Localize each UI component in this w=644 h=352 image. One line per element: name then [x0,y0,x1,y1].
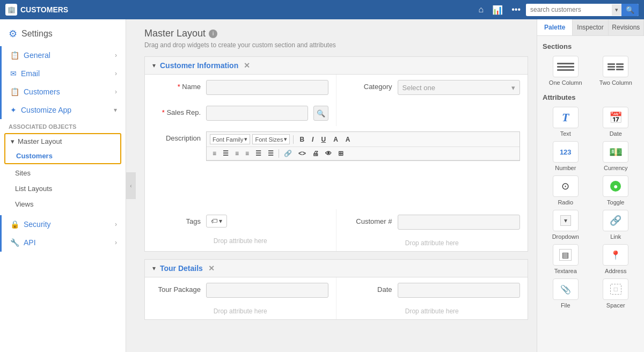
master-layout-header[interactable]: ▾ Master Layout [5,134,120,149]
link-editor-btn[interactable]: 🔗 [281,149,295,158]
font-highlight-btn[interactable]: A [343,135,353,144]
text-label: Text [560,130,571,137]
align-justify-btn[interactable]: ≡ [243,149,252,158]
align-left-btn[interactable]: ≡ [210,149,219,158]
sidebar-item-security[interactable]: 🔒 Security › [0,215,126,233]
ordered-list-btn[interactable]: ☰ [265,149,276,158]
customer-info-close[interactable]: ✕ [244,61,250,70]
sidebar-item-customers[interactable]: 📋 Customers › [0,83,126,101]
sidebar: ⚙ Settings 📋 General › ✉ Email › 📋 Custo… [0,19,126,352]
align-right-btn[interactable]: ≡ [232,149,241,158]
top-nav-icons: ⌂ 📊 ••• [479,5,521,15]
tour-close[interactable]: ✕ [208,264,215,273]
gear-icon: ⚙ [9,28,17,40]
widget-date[interactable]: 📅 Date [593,107,639,137]
widget-number[interactable]: 123 Number [543,141,589,171]
customer-info-section: ▾ Customer Information ✕ * Name [144,56,528,252]
tags-btn[interactable]: 🏷 ▾ [206,215,227,228]
rich-text-area[interactable] [206,161,520,204]
textarea-label: Textarea [554,268,577,274]
toolbar-row1: Font Family ▾ Font Sizes ▾ B I U A A [207,132,519,147]
textarea-widget-icon: ▤ [553,244,579,266]
description-row: Description Font Family ▾ Font Sizes ▾ B [145,126,528,209]
widget-spacer[interactable]: □ Spacer [593,278,639,309]
bold-btn[interactable]: B [297,135,307,144]
widget-file[interactable]: 📎 File [543,278,589,309]
table-btn[interactable]: ⊞ [335,149,346,158]
tour-chevron[interactable]: ▾ [152,265,156,272]
customernum-input[interactable] [398,215,521,230]
radio-widget-icon: ⊙ [553,175,579,197]
sidebar-sites[interactable]: Sites [0,165,126,181]
tour-fields-row: Tour Package Drop attribute here Date Dr… [145,277,528,319]
code-btn[interactable]: <> [296,149,309,158]
dropdown-widget-icon: ▾ [553,210,579,231]
general-chevron: › [115,52,117,59]
name-input[interactable] [206,80,328,95]
master-layout-chevron: ▾ [11,137,14,145]
widget-address[interactable]: 📍 Address [593,244,639,274]
sidebar-item-customize[interactable]: ✦ Customize App ▾ [0,101,126,119]
salesrep-label: * Sales Rep. [152,106,201,116]
preview-btn[interactable]: 👁 [323,149,334,158]
category-arrow: ▾ [511,84,515,92]
name-label: * Name [152,80,201,91]
sidebar-item-api[interactable]: 🔧 API › [0,233,126,252]
print-btn[interactable]: 🖨 [310,149,321,158]
search-dropdown-btn[interactable]: ▾ [612,4,621,16]
sidebar-item-email[interactable]: ✉ Email › [0,64,126,83]
attributes-widget-grid: T Text 📅 Date 123 Number [543,107,639,309]
chart-icon[interactable]: 📊 [492,5,503,15]
underline-btn[interactable]: U [318,135,328,144]
sidebar-collapse-btn[interactable]: ‹ [126,172,136,199]
customernum-cell: Customer # Drop attribute here [336,209,528,251]
tab-revisions[interactable]: Revisions [609,19,644,35]
tab-palette[interactable]: Palette [537,19,573,35]
master-layout-label: Master Layout [18,137,62,145]
currency-label: Currency [604,165,628,171]
list-btn[interactable]: ☰ [253,149,264,158]
tab-inspector[interactable]: Inspector [573,19,608,35]
widget-two-column[interactable]: Two Column [593,56,639,86]
tour-package-input[interactable] [206,283,328,298]
category-select[interactable]: Select one ▾ [398,80,521,95]
sidebar-item-general[interactable]: 📋 General › [0,46,126,64]
sidebar-views[interactable]: Views [0,196,126,212]
two-column-icon [603,56,628,77]
font-color-btn[interactable]: A [331,135,341,144]
customize-label: Customize App [21,106,71,114]
widget-currency[interactable]: 💵 Currency [593,141,639,171]
security-label: Security [24,220,51,229]
salesrep-search[interactable]: 🔍 [313,106,328,121]
font-family-select[interactable]: Font Family ▾ [210,134,250,144]
align-center-btn[interactable]: ☰ [220,149,231,158]
info-icon[interactable]: i [209,30,217,38]
font-sizes-select[interactable]: Font Sizes ▾ [252,134,290,144]
widget-one-column[interactable]: One Column [543,56,589,86]
salesrep-input[interactable] [206,106,308,121]
sidebar-list-layouts[interactable]: List Layouts [0,181,126,196]
italic-btn[interactable]: I [309,135,316,144]
number-widget-icon: 123 [553,141,579,163]
address-label: Address [605,268,626,274]
radio-label: Radio [558,199,573,206]
widget-dropdown[interactable]: ▾ Dropdown [543,210,589,240]
search-button[interactable]: 🔍 [621,4,639,16]
tour-date-input[interactable] [398,283,521,298]
home-icon[interactable]: ⌂ [479,5,484,14]
top-nav: 🏢 CUSTOMERS ⌂ 📊 ••• ▾ 🔍 [0,0,644,19]
widget-toggle[interactable]: ● Toggle [593,175,639,206]
customize-chevron: ▾ [114,106,117,114]
search-input[interactable] [526,4,612,16]
logo-icon: 🏢 [5,4,17,16]
more-icon[interactable]: ••• [511,5,521,14]
widget-text[interactable]: T Text [543,107,589,137]
name-row: * Name [145,75,336,100]
api-chevron: › [115,239,117,246]
widget-radio[interactable]: ⊙ Radio [543,175,589,206]
widget-link[interactable]: 🔗 Link [593,210,639,240]
tags-label: Tags [152,215,201,225]
customer-info-chevron[interactable]: ▾ [152,62,156,69]
master-layout-customers[interactable]: Customers [5,149,120,163]
widget-textarea[interactable]: ▤ Textarea [543,244,589,274]
